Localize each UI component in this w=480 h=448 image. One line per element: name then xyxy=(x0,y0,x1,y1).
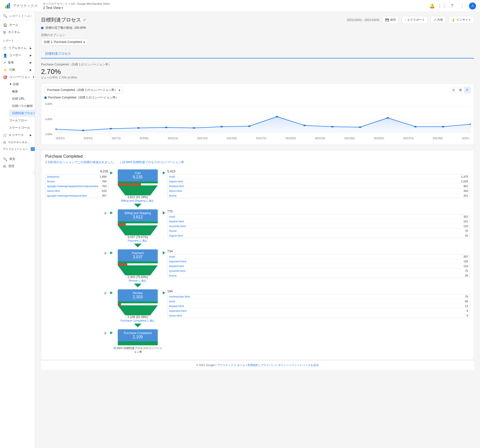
svg-marker-25 xyxy=(118,305,158,315)
review-count: 2,303 xyxy=(120,295,156,299)
sidebar-search-container: 🔍 xyxy=(0,12,35,20)
goal-dropdown[interactable]: 目標 1: Purchase Completed ▾ xyxy=(41,39,88,45)
more-icon[interactable]: ⋮ xyxy=(459,3,465,9)
exit-item: (exit)59 xyxy=(168,299,470,304)
payment-next-stage-link[interactable]: Review に進む xyxy=(129,279,147,283)
cart-funnel-shape xyxy=(118,185,158,195)
collapse-sidebar-btn[interactable]: ‹ xyxy=(32,170,35,175)
chart-metric-selector[interactable]: Purchase Completed（目標 1 のコンバージョン率） ▾ xyxy=(44,87,123,93)
payment-proceeding: 2,303 (75.83%) xyxy=(128,275,148,279)
footer-link-feedback[interactable]: フィードバックを送信 xyxy=(291,364,319,367)
x-label-3: 10月9日 xyxy=(140,137,149,142)
sidebar-item-conversions[interactable]: 🎯 コンバージョン ▼ xyxy=(0,73,35,81)
x-label-6: 10月15日 xyxy=(226,137,237,142)
sidebar-item-realtime[interactable]: ⏱ リアルタイム ▶ xyxy=(0,44,35,52)
payment-label: Payment xyxy=(120,251,156,255)
multichannel-icon: ◎ xyxy=(3,140,6,144)
avatar[interactable]: A xyxy=(469,2,476,9)
save-button[interactable]: 💾 保存 xyxy=(382,16,399,24)
cart-entry-list: (entrance)1,698 /home764 /google+redesig… xyxy=(45,174,108,198)
sidebar-item-discover[interactable]: 🔍 発見 xyxy=(0,155,35,163)
sidebar-reports-label: レポート xyxy=(0,37,35,43)
billing-label: Billing and Shipping xyxy=(120,211,156,215)
page-title-row: 目標到達プロセス ✓ xyxy=(41,16,86,23)
exit-item: /home29 xyxy=(168,273,470,278)
funnel-stage-cart: 9,235 (entrance)1,698 /home764 /google+r… xyxy=(45,169,470,207)
sidebar-item-acquisition[interactable]: ↗ 集客 ▶ xyxy=(0,59,35,66)
google-analytics-icon xyxy=(4,2,11,9)
cart-exit-total: 5,423 xyxy=(167,169,470,173)
billing-exit-arrow-icon xyxy=(163,211,165,214)
export-button[interactable]: ↑ エクスポート xyxy=(402,16,428,24)
sidebar-item-behavior[interactable]: ⚡ 行動 ▶ xyxy=(0,66,35,73)
exit-item: /home321 xyxy=(168,193,470,198)
chart-y-axis: 6.00% 4.00% 2.00% xyxy=(44,102,56,137)
billing-next-stage-link[interactable]: Payment に進む xyxy=(128,239,148,243)
help-icon[interactable]: ? xyxy=(449,3,455,9)
cart-exits: 5,423 (exit)1,475 /signin.html1,028 /bas… xyxy=(165,169,470,198)
svg-rect-1 xyxy=(7,4,8,8)
footer-link-privacy[interactable]: プライバシー ポリシー xyxy=(261,364,289,367)
cart-next-stage-link[interactable]: Billing and Shipping に進む xyxy=(121,199,154,203)
period-month-btn[interactable]: 月 xyxy=(464,87,470,93)
tab-bar: 目標到達プロセス xyxy=(41,49,474,58)
notifications-icon[interactable]: 🔔 xyxy=(429,3,435,9)
sidebar-item-goal-flow[interactable]: ゴールフロー xyxy=(6,117,35,124)
search-input[interactable] xyxy=(9,14,32,18)
topbar-account[interactable]: 2 Test View ▾ xyxy=(43,6,429,10)
footer-link-home[interactable]: アナリティクス ホーム xyxy=(217,364,245,367)
purchase-rate-label: 22.84% 目標到達プロセスのコンバージョン率 xyxy=(113,346,163,354)
svg-rect-2 xyxy=(8,3,10,8)
sidebar-item-funnel-visualization[interactable]: 目標到達プロセス xyxy=(9,110,35,117)
review-entry-arrow xyxy=(110,289,113,294)
export-icon: ↑ xyxy=(404,18,406,22)
billing-funnel-shape xyxy=(118,225,158,235)
entry-item: /home764 xyxy=(46,179,108,184)
conversion-value: 2.70% xyxy=(41,68,474,76)
options-label: 目標のオプション xyxy=(41,33,474,37)
sidebar-item-overview[interactable]: 概要 xyxy=(9,88,35,95)
sidebar-item-goals[interactable]: ▼ 目標 xyxy=(6,81,35,88)
sidebar-item-smart-goal[interactable]: スマートゴール xyxy=(6,124,35,131)
sidebar-item-attribution[interactable]: アトリビューション ベータ版 xyxy=(0,146,35,152)
sidebar-item-ecommerce[interactable]: 🛒 e コマース ▶ xyxy=(0,131,35,139)
options-section: 目標のオプション 目標 1: Purchase Completed ▾ xyxy=(41,33,474,45)
sidebar-item-custom[interactable]: ⊞ カスタム xyxy=(0,28,35,36)
goal-dot xyxy=(41,27,44,29)
payment-exit-arrow-icon xyxy=(163,251,165,254)
chart-period-buttons: 日 週 月 xyxy=(450,87,471,93)
review-entry-count: 0 xyxy=(104,291,106,295)
sidebar-item-home[interactable]: 🏠 ホーム xyxy=(0,21,35,28)
billing-center: Billing and Shipping 3,812 3,037 (79.67%… xyxy=(113,209,163,247)
footer-link-terms[interactable]: 利用規約 xyxy=(248,364,258,367)
insight-icon: 💡 xyxy=(452,18,455,22)
exit-item: /home70 xyxy=(168,229,470,233)
share-button[interactable]: ↗ 共有 xyxy=(431,16,446,24)
y-label-top: 6.00% xyxy=(45,103,54,105)
cart-entry-total: 9,235 xyxy=(45,169,108,173)
review-funnel-shape xyxy=(118,305,158,315)
sidebar-item-goal-url[interactable]: 目標 URL xyxy=(9,95,35,102)
right-arrow-exit-icon xyxy=(163,171,165,174)
exit-item: /store.html333 xyxy=(168,189,470,193)
cart-exit-list: (exit)1,475 /signin.html1,028 /basket.ht… xyxy=(167,174,470,198)
sidebar-conversions-sub: ▼ 目標 概要 目標 URL 目標パスの解析 目標到達プロセス ゴールフロー xyxy=(0,81,35,131)
apps-icon[interactable]: ⋮⋮ xyxy=(439,3,445,9)
exit-item: (exit)322 xyxy=(168,214,470,219)
review-next-stage-link[interactable]: Purchase Completed に進む xyxy=(120,319,155,323)
period-week-btn[interactable]: 週 xyxy=(457,87,464,93)
tab-funnel-visualization[interactable]: 目標到達プロセス xyxy=(41,49,75,58)
funnel-stage-billing: 0 Billing and Shipping 3,812 3,037 (79.6… xyxy=(45,209,470,247)
sidebar-item-goal-path[interactable]: 目標パスの解析 xyxy=(9,102,35,110)
purchase-entry-count: 0 xyxy=(104,331,106,335)
expand-acquisition-icon: ▶ xyxy=(30,61,32,64)
sidebar-item-users[interactable]: 👤 ユーザー ▶ xyxy=(0,52,35,59)
funnel-stage-review: 0 Review 2,303 2,109 (91.58%) Purchase C xyxy=(45,289,470,327)
chevron-down-icon: ▾ xyxy=(62,6,63,9)
period-day-btn[interactable]: 日 xyxy=(450,87,457,93)
insight-button[interactable]: 💡 インサイト xyxy=(449,16,474,24)
sidebar-item-multichannel[interactable]: ◎ マルチキャネル... xyxy=(0,139,35,146)
date-range: 2021/10/01 - 2021/10/31 xyxy=(347,18,380,22)
billing-entry-count: 0 xyxy=(104,211,106,215)
sidebar-item-admin[interactable]: ⚙ 管理 xyxy=(0,163,35,170)
